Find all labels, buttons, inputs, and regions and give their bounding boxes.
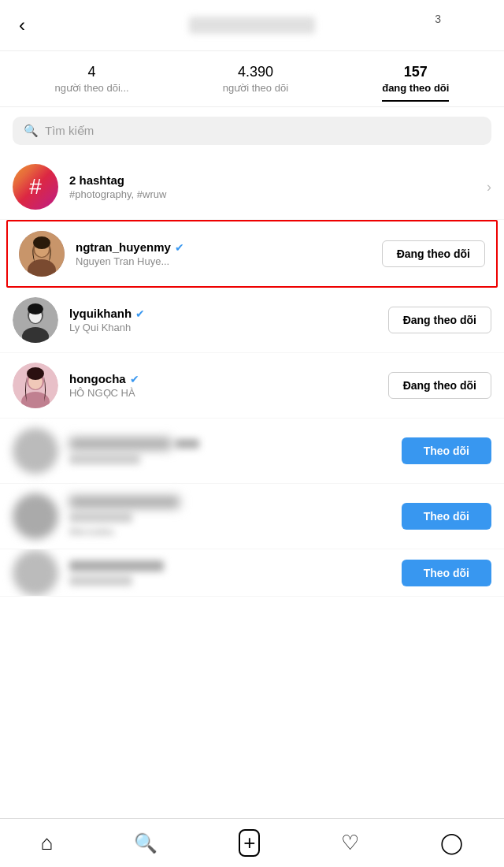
nav-search-button[interactable]: 🔍: [121, 826, 170, 861]
profile-icon: ◯: [440, 831, 463, 855]
stat-count-4390: 4.390: [238, 64, 273, 80]
header-title-blurred: [189, 17, 315, 34]
header-badge: 3: [435, 13, 441, 25]
chevron-right-icon: ›: [487, 179, 491, 195]
blurred-follow-button-1[interactable]: Theo dõi: [402, 437, 491, 464]
huyenmy-verified-icon: ✔: [175, 241, 184, 254]
svg-point-4: [33, 236, 50, 249]
list-item-hongocha[interactable]: hongocha ✔ HỒ NGỌC HÀ Đang theo dõi: [0, 353, 504, 419]
hashtag-info: 2 hashtag #photography, #wruw: [69, 173, 476, 200]
home-icon: ⌂: [41, 831, 54, 855]
huyenmy-following-button[interactable]: Đang theo dõi: [382, 240, 485, 267]
blurred-follow-button-2[interactable]: Theo dõi: [402, 503, 491, 530]
hongocha-fullname: HỒ NGỌC HÀ: [69, 387, 377, 399]
stat-label-nguoi-theo-doi: người theo dõi: [223, 82, 288, 94]
blurred-info-3: [69, 560, 391, 586]
stat-count-4: 4: [88, 64, 96, 80]
avatar-huyenmy: [19, 231, 65, 277]
stat-label-followers: người theo dõi...: [55, 82, 129, 94]
heart-icon: ♡: [341, 831, 359, 855]
blurred-info-1: [69, 437, 391, 464]
nav-profile-button[interactable]: ◯: [428, 824, 476, 861]
search-icon: 🔍: [24, 124, 39, 138]
avatar-lyquikhanh: [13, 297, 58, 343]
list-item-blurred-3[interactable]: Theo dõi: [0, 549, 504, 597]
blurred-follow-button-3[interactable]: Theo dõi: [402, 560, 491, 586]
stats-row: 4 người theo dõi... 4.390 người theo dõi…: [0, 51, 504, 107]
huyenmy-username: ngtran_huyenmy: [76, 240, 171, 254]
blurred-username-1: [69, 437, 172, 450]
stat-following[interactable]: 157 đang theo dõi: [382, 64, 449, 102]
stat-count-157: 157: [404, 64, 428, 80]
lyquikhanh-username: lyquikhanh: [69, 307, 132, 320]
avatar-blurred-1: [13, 428, 58, 474]
hashtag-avatar: #: [13, 164, 58, 210]
hashtag-labels: #photography, #wruw: [69, 188, 476, 200]
hongocha-verified-icon: ✔: [130, 373, 139, 385]
hashtag-title: 2 hashtag: [69, 173, 124, 187]
following-list: # 2 hashtag #photography, #wruw ›: [0, 154, 504, 597]
huyenmy-info: ngtran_huyenmy ✔ Nguyen Tran Huye...: [76, 240, 371, 267]
stat-followers-main[interactable]: 4.390 người theo dõi: [223, 64, 288, 102]
hongocha-following-button[interactable]: Đang theo dõi: [388, 372, 491, 399]
header: ‹ 3: [0, 0, 504, 51]
nav-home-button[interactable]: ⌂: [28, 824, 66, 861]
avatar-blurred-3: [13, 550, 58, 596]
list-item-lyquikhanh[interactable]: lyquikhanh ✔ Ly Qui Khanh Đang theo dõi: [0, 288, 504, 353]
lyquikhanh-info: lyquikhanh ✔ Ly Qui Khanh: [69, 307, 377, 333]
nav-likes-button[interactable]: ♡: [328, 824, 372, 861]
search-placeholder: Tìm kiếm: [45, 124, 94, 138]
list-item-blurred-2[interactable]: Mercedes Theo dõi: [0, 484, 504, 549]
stat-followers-count[interactable]: 4 người theo dõi...: [55, 64, 129, 102]
nav-add-button[interactable]: +: [226, 823, 272, 863]
avatar-blurred-2: [13, 493, 58, 539]
hongocha-username: hongocha: [69, 372, 126, 385]
avatar-hongocha: [13, 363, 58, 408]
lyquikhanh-following-button[interactable]: Đang theo dõi: [388, 307, 491, 333]
stat-label-dang-theo-doi: đang theo dõi: [382, 82, 449, 94]
list-item-hashtag[interactable]: # 2 hashtag #photography, #wruw ›: [0, 154, 504, 220]
search-bar[interactable]: 🔍 Tìm kiếm: [13, 117, 491, 145]
blurred-username-2: [69, 496, 180, 508]
list-item-huyenmy[interactable]: ngtran_huyenmy ✔ Nguyen Tran Huye... Đan…: [6, 220, 498, 288]
add-icon: +: [239, 829, 260, 857]
hashtag-symbol: #: [29, 174, 42, 199]
lyquikhanh-fullname: Ly Qui Khanh: [69, 322, 377, 333]
search-nav-icon: 🔍: [134, 832, 158, 854]
back-button[interactable]: ‹: [13, 11, 32, 39]
bottom-nav: ⌂ 🔍 + ♡ ◯: [0, 818, 504, 867]
hongocha-info: hongocha ✔ HỒ NGỌC HÀ: [69, 372, 377, 399]
svg-point-9: [28, 303, 43, 314]
lyquikhanh-verified-icon: ✔: [135, 307, 145, 320]
blurred-info-2: Mercedes: [69, 496, 391, 538]
svg-point-14: [27, 367, 44, 380]
huyenmy-fullname: Nguyen Tran Huye...: [76, 255, 371, 267]
list-item-blurred-1[interactable]: Theo dõi: [0, 419, 504, 484]
